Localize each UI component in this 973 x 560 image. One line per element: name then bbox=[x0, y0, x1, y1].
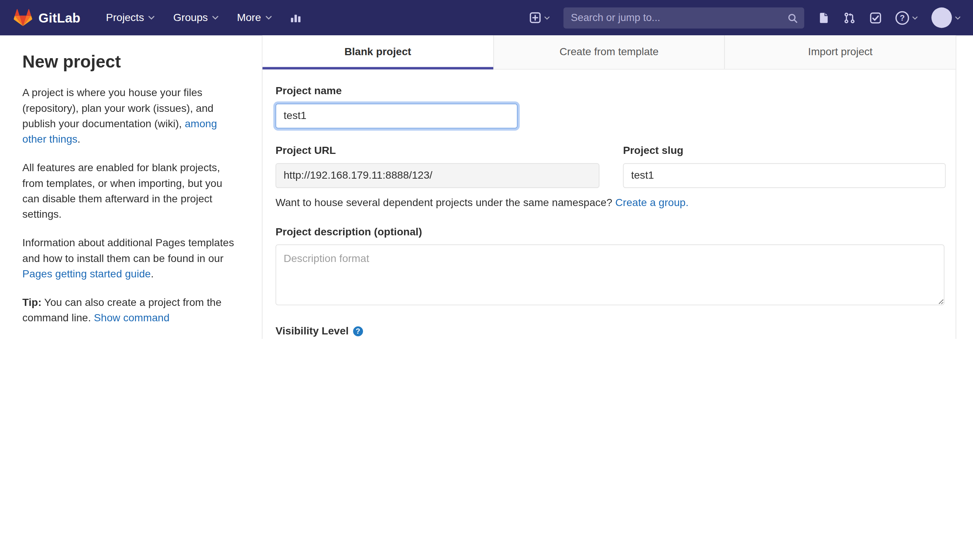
new-project-sidebar: New project A project is where you house… bbox=[0, 35, 262, 338]
pages-text: Information about additional Pages templ… bbox=[23, 237, 234, 264]
issues-icon bbox=[818, 12, 830, 23]
tab-label: Blank project bbox=[344, 46, 411, 58]
analytics-button[interactable] bbox=[290, 12, 301, 23]
tab-label: Create from template bbox=[559, 46, 658, 58]
nav-item-groups-label: Groups bbox=[173, 12, 208, 24]
pages-period: . bbox=[151, 268, 154, 280]
tab-import-project[interactable]: Import project bbox=[725, 35, 956, 69]
question-mark-icon: ? bbox=[895, 11, 909, 24]
user-avatar bbox=[931, 8, 952, 28]
project-type-tabs: Blank project Create from template Impor… bbox=[262, 35, 955, 70]
project-description-textarea[interactable] bbox=[275, 244, 945, 305]
page-title: New project bbox=[23, 52, 237, 72]
features-paragraph: All features are enabled for blank proje… bbox=[23, 160, 237, 222]
project-description-label: Project description (optional) bbox=[275, 226, 945, 238]
project-slug-input[interactable] bbox=[623, 163, 946, 188]
tab-create-from-template[interactable]: Create from template bbox=[493, 35, 725, 69]
gitlab-home-link[interactable]: GitLab bbox=[13, 8, 80, 27]
project-slug-group: Project slug bbox=[623, 145, 946, 188]
pages-paragraph: Information about additional Pages templ… bbox=[23, 235, 237, 282]
gitlab-tanuki-logo-icon bbox=[13, 8, 32, 27]
merge-requests-button[interactable] bbox=[843, 12, 856, 24]
chevron-down-icon bbox=[265, 15, 272, 20]
nav-item-groups[interactable]: Groups bbox=[164, 0, 228, 35]
top-navbar: GitLab Projects Groups More bbox=[0, 0, 973, 35]
page: GitLab Projects Groups More bbox=[0, 0, 973, 339]
chevron-down-icon bbox=[544, 16, 550, 20]
search-input[interactable] bbox=[563, 7, 804, 28]
todo-check-icon bbox=[870, 12, 882, 24]
chevron-down-icon bbox=[955, 16, 961, 20]
tab-label: Import project bbox=[808, 46, 873, 58]
tip-paragraph: Tip: You can also create a project from … bbox=[23, 295, 237, 326]
chevron-down-icon bbox=[212, 15, 218, 20]
nav-item-more[interactable]: More bbox=[228, 0, 281, 35]
brand-text: GitLab bbox=[38, 10, 80, 25]
pages-guide-link[interactable]: Pages getting started guide bbox=[23, 268, 151, 280]
intro-paragraph: A project is where you house your files … bbox=[23, 85, 237, 147]
help-dropdown[interactable]: ? bbox=[895, 11, 918, 24]
visibility-level-label: Visibility Level bbox=[275, 325, 349, 337]
bar-chart-icon bbox=[290, 12, 301, 23]
project-url-field[interactable] bbox=[275, 163, 600, 188]
visibility-help-icon[interactable]: ? bbox=[353, 327, 363, 336]
intro-period: . bbox=[77, 133, 80, 145]
project-slug-label: Project slug bbox=[623, 145, 946, 157]
tab-blank-project[interactable]: Blank project bbox=[262, 35, 493, 69]
new-menu-dropdown[interactable] bbox=[529, 12, 550, 23]
project-url-group: Project URL bbox=[275, 145, 600, 188]
blank-project-form: Project name Project URL Project slug Wa… bbox=[262, 70, 955, 339]
namespace-hint: Want to house several dependent projects… bbox=[275, 197, 945, 209]
search-icon bbox=[788, 13, 798, 26]
nav-item-more-label: More bbox=[237, 12, 261, 24]
todos-button[interactable] bbox=[870, 12, 882, 24]
chevron-down-icon bbox=[912, 16, 918, 20]
merge-request-icon bbox=[843, 12, 856, 24]
project-name-label: Project name bbox=[275, 85, 945, 97]
namespace-hint-text: Want to house several dependent projects… bbox=[275, 197, 615, 208]
issues-button[interactable] bbox=[818, 12, 830, 23]
create-a-group-link[interactable]: Create a group. bbox=[615, 197, 688, 208]
user-menu-dropdown[interactable] bbox=[931, 8, 961, 28]
plus-square-icon bbox=[529, 12, 541, 23]
show-command-link[interactable]: Show command bbox=[94, 312, 169, 323]
project-name-input[interactable] bbox=[275, 103, 518, 128]
chevron-down-icon bbox=[148, 15, 155, 20]
nav-item-projects[interactable]: Projects bbox=[97, 0, 164, 35]
nav-item-projects-label: Projects bbox=[106, 12, 144, 24]
new-project-panel: Blank project Create from template Impor… bbox=[262, 35, 956, 339]
project-url-label: Project URL bbox=[275, 145, 600, 157]
tip-label: Tip: bbox=[23, 297, 42, 308]
